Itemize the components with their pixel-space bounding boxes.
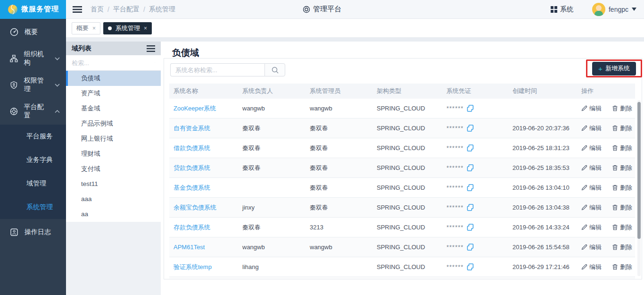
edit-button[interactable]: 编辑 [581,104,602,113]
close-icon[interactable]: × [144,25,147,32]
domain-item[interactable]: 资产域 [66,86,161,101]
sidebar-item-organization[interactable]: 组织机构 [0,45,66,72]
app-logo[interactable]: 微服务管理 [0,0,66,19]
system-name-link[interactable]: 基金负债系统 [173,184,210,191]
domain-item[interactable]: 负债域 [66,71,161,86]
system-name-link[interactable]: 余额宝负债系统 [173,204,216,211]
panel-collapse-icon[interactable] [147,45,155,52]
breadcrumb-platform-config[interactable]: 平台配置 [113,5,140,14]
edit-button[interactable]: 编辑 [581,263,602,271]
edit-button[interactable]: 编辑 [581,164,602,172]
pencil-icon [581,145,587,151]
sidebar-item-platform-config[interactable]: 平台配置 [0,98,66,125]
pencil-icon [581,264,587,270]
pencil-icon [581,125,587,131]
operations-cell: 编辑 删除 [577,124,635,133]
system-name-link[interactable]: APM61Test [173,244,205,251]
delete-button[interactable]: 删除 [612,184,632,192]
domain-item[interactable]: test11 [66,177,161,192]
delete-button[interactable]: 删除 [612,223,632,232]
domain-item[interactable]: aaa [66,192,161,207]
credential-mask: ****** [446,105,463,112]
delete-button[interactable]: 删除 [612,104,632,113]
credential-mask: ****** [446,184,463,191]
edit-button[interactable]: 编辑 [581,144,602,152]
credential-mask: ****** [446,144,463,152]
created-time-cell: 2019-06-20 20:37:36 [508,125,577,132]
trash-icon [612,105,618,111]
copy-icon[interactable] [467,204,474,211]
copy-icon[interactable] [467,224,474,231]
system-name-link[interactable]: ZooKeeper系统 [173,105,216,112]
edit-button[interactable]: 编辑 [581,223,602,232]
domain-item[interactable]: 理财域 [66,146,161,161]
table-row: 余额宝负债系统 jinxy 秦双春 SPRING_CLOUD ****** 20… [169,198,635,218]
delete-button[interactable]: 删除 [612,203,632,212]
edit-button[interactable]: 编辑 [581,184,602,192]
divider [66,38,644,42]
annotation-highlight: + 新增系统 [586,59,642,77]
tab-overview[interactable]: 概要 × [72,22,100,34]
pencil-icon [581,224,587,230]
delete-button[interactable]: 删除 [612,263,632,271]
trash-icon [612,264,618,270]
sidebar-item-overview[interactable]: 概要 [0,19,66,45]
copy-icon[interactable] [467,184,474,191]
credential-cell: ****** [442,184,508,191]
system-search-input[interactable] [170,63,264,76]
trash-icon [612,165,618,171]
system-name-link[interactable]: 验证系统temp [173,263,212,270]
domain-item[interactable]: 产品示例域 [66,116,161,131]
system-owner-cell: 秦双春 [238,164,305,172]
copy-icon[interactable] [467,125,474,132]
edit-button[interactable]: 编辑 [581,124,602,133]
system-owner-cell: 秦双春 [238,223,305,232]
sidebar-item-system-mgmt[interactable]: 系统管理 [0,195,66,219]
breadcrumb-home[interactable]: 首页 [91,5,104,14]
credential-mask: ****** [446,164,463,171]
search-icon[interactable] [155,59,155,66]
delete-button[interactable]: 删除 [612,164,632,172]
copy-icon[interactable] [467,164,474,171]
system-name-link[interactable]: 贷款负债系统 [173,164,210,171]
partial-next-row [169,277,635,279]
platform-switcher[interactable]: 管理平台 [303,5,341,14]
edit-button[interactable]: 编辑 [581,203,602,212]
copy-icon[interactable] [467,244,474,251]
copy-icon[interactable] [467,263,474,270]
arch-type-cell: SPRING_CLOUD [372,164,442,171]
system-name-link[interactable]: 借款负债系统 [173,144,210,152]
domain-item[interactable]: 支付域 [66,161,161,177]
sidebar-item-platform-services[interactable]: 平台服务 [0,125,66,148]
domain-item[interactable]: 网上银行域 [66,131,161,146]
close-icon[interactable]: × [92,25,96,32]
system-menu-button[interactable]: 系统 [551,5,573,14]
caret-down-icon [632,8,636,11]
scrollbar-thumb[interactable] [637,102,641,239]
delete-button[interactable]: 删除 [612,124,632,133]
delete-button[interactable]: 删除 [612,144,632,152]
sidebar-item-business-dictionary[interactable]: 业务字典 [0,148,66,172]
system-name-link[interactable]: 自有资金系统 [173,125,210,132]
add-system-button[interactable]: + 新增系统 [592,62,636,76]
pencil-icon [581,105,587,111]
copy-icon[interactable] [467,105,474,112]
user-menu[interactable]: fengpc [592,3,636,16]
sidebar-item-domain-mgmt[interactable]: 域管理 [0,172,66,195]
domain-search-input[interactable] [72,59,155,67]
sidebar-item-operation-log[interactable]: 操作日志 [0,219,66,245]
arch-type-cell: SPRING_CLOUD [372,244,442,251]
sidebar-item-permissions[interactable]: 权限管理 [0,72,66,98]
domain-item[interactable]: 基金域 [66,101,161,116]
log-icon [10,228,18,236]
system-search-button[interactable] [264,63,285,76]
collapse-menu-icon[interactable] [73,6,82,13]
delete-button[interactable]: 删除 [612,243,632,252]
copy-icon[interactable] [467,144,474,152]
edit-button[interactable]: 编辑 [581,243,602,252]
domain-item[interactable]: aa [66,207,161,222]
created-time-cell: 2019-06-25 18:31:23 [508,144,577,152]
sidebar-label: 权限管理 [24,76,49,93]
system-name-link[interactable]: 存款负债系统 [173,224,210,231]
tab-system-mgmt[interactable]: 系统管理 × [103,22,152,34]
